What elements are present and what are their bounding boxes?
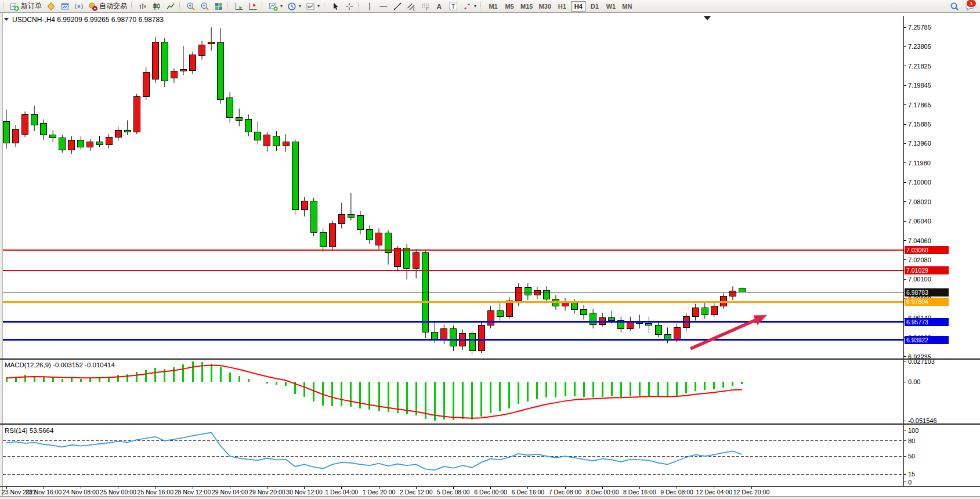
metaeditor-button[interactable] [44,1,58,12]
price-tick-label: 7.10000 [908,179,931,186]
signals-button[interactable] [72,1,86,12]
vertical-line-button[interactable] [363,1,377,12]
new-chart-button[interactable]: ▾ [266,1,285,12]
time-label: 1 Dec 20:00 [363,489,396,496]
zoom-out-button[interactable] [198,1,212,12]
time-label: 12 Dec 20:00 [733,489,770,496]
horizontal-line-icon [379,2,388,11]
zoom-in-button[interactable] [184,1,198,12]
candlestick-chart-button[interactable] [150,1,164,12]
notification-badge: 1 [966,0,977,8]
templates-button[interactable]: ▾ [303,1,322,12]
price-tick-label: 7.08020 [908,198,931,205]
candle-up [87,142,93,147]
time-label: 29 Nov 04:00 [212,489,248,496]
candle-down [422,253,429,332]
timeframe-h1-button[interactable]: H1 [555,1,570,12]
candle-up [329,223,335,247]
chart-shift-button[interactable] [246,1,260,12]
autotrading-button[interactable]: 自动交易 [86,1,129,12]
candle-up [68,140,75,150]
timeframe-mn-button[interactable]: MN [620,1,635,12]
candle-up [22,114,28,134]
rsi-scale-label: 80 [908,437,915,444]
line-chart-button[interactable] [164,1,178,12]
search-icon [950,2,959,11]
price-tick-label: 7.04060 [908,237,931,244]
candle-down [543,290,549,299]
price-tick-label: 7.23805 [908,43,931,50]
text-button[interactable]: A [432,1,446,12]
price-tick-label: 7.00100 [908,276,931,283]
svg-text:E: E [413,6,416,10]
candle-down [525,287,531,295]
price-tick-label: 7.25785 [908,24,931,31]
toolbar-group-draw-tools: EFAT▾ [356,0,479,13]
candle-down [572,302,578,310]
auto-scroll-button[interactable] [232,1,246,12]
candle-up [180,69,186,71]
timeframe-h4-button[interactable]: H4 [571,1,586,12]
candle-down [218,43,224,100]
cursor-icon [331,2,340,11]
candle-up [338,215,345,223]
equidistant-channel-button[interactable]: E [404,1,418,12]
time-label: 23 Nov 16:00 [26,489,62,496]
candle-up [711,306,717,314]
time-label: 2 Dec 12:00 [400,489,433,496]
periods-button[interactable]: ▾ [285,1,303,12]
candle-up [143,73,149,97]
price-tick-label: 7.06040 [908,218,931,225]
rsi-scale-label: 100 [908,427,918,434]
candle-down [3,121,10,143]
autotrading-label: 自动交易 [99,1,127,11]
candle-down [78,140,84,147]
zoom-out-icon [200,2,209,11]
candle-down [469,334,475,351]
time-label: 29 Nov 20:00 [249,489,285,496]
macd-label: MACD(12,26,9) -0.003152 -0.010414 [5,361,115,368]
candle-down [366,229,373,240]
candle-down [245,120,252,132]
search-button[interactable] [948,1,958,12]
candle-up [720,296,726,306]
new-order-button[interactable]: 新订单 [8,1,44,12]
candle-down [96,142,103,145]
arrows-icon [462,2,472,11]
time-label: 1 Dec 04:00 [325,489,358,496]
timeframe-w1-button[interactable]: W1 [603,1,619,12]
timeframe-m1-button[interactable]: M1 [486,1,501,12]
cursor-button[interactable] [328,1,342,12]
timeframe-m15-button[interactable]: M15 [518,1,535,12]
rsi-scale-label: 0 [908,479,912,486]
tile-windows-button[interactable] [212,1,226,12]
chart-canvas[interactable]: 7.257857.238057.218257.198457.178657.158… [0,13,980,499]
candle-up [506,301,512,317]
chat-button[interactable]: 1 [963,1,973,12]
candle-up [441,328,447,339]
fibonacci-button[interactable]: F [418,1,432,12]
timeframe-d1-button[interactable]: D1 [587,1,602,12]
timeframe-m30-button[interactable]: M30 [536,1,553,12]
candle-down [646,324,652,326]
arrows-button[interactable]: ▾ [460,1,479,12]
chart-window-button[interactable] [58,1,72,12]
chevron-down-icon: ▾ [317,3,320,9]
fibonacci-icon: F [421,2,430,11]
candle-down [739,288,745,292]
bar-chart-button[interactable] [136,1,150,12]
toolbar-group-cursor-tools [322,0,356,13]
svg-text:T: T [451,3,455,10]
text-label-button[interactable]: T [446,1,460,12]
horizontal-line-button[interactable] [377,1,390,12]
candlestick-icon [152,2,161,11]
time-label: 25 Nov 16:00 [138,489,174,496]
price-tick-label: 7.15885 [908,121,931,128]
toolbar-right: 1 [948,1,979,12]
candle-up [13,129,19,143]
trendline-button[interactable] [390,1,404,12]
price-tag-6.93922: 6.93922 [905,336,949,344]
price-tag-value: 7.01029 [906,267,928,274]
crosshair-button[interactable] [342,1,356,12]
timeframe-m5-button[interactable]: M5 [502,1,517,12]
